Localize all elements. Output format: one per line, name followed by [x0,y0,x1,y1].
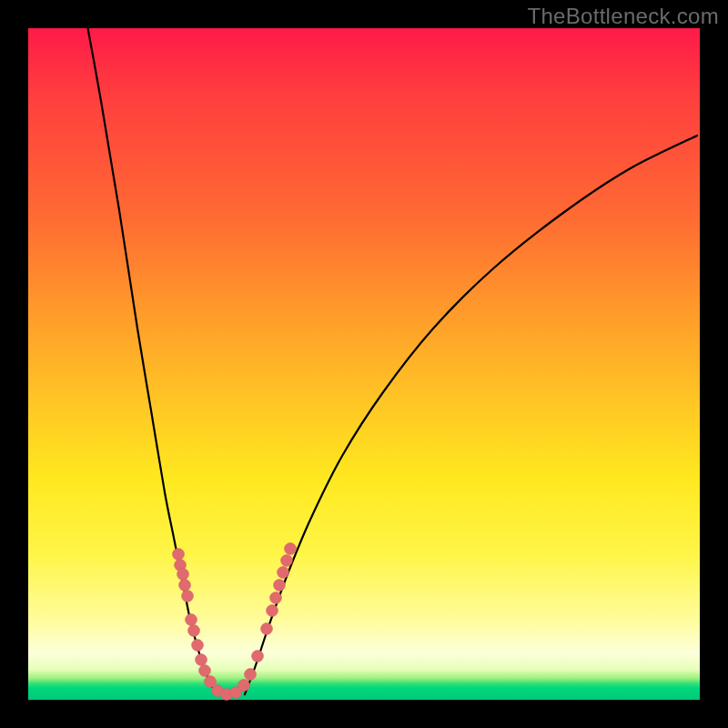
watermark-text: TheBottleneck.com [527,4,719,29]
bead-marker [285,543,297,555]
bead-marker [238,680,250,692]
bead-marker [261,623,273,635]
bead-marker [182,591,194,602]
bead-marker [267,605,278,617]
bead-marker [177,569,189,581]
bead-markers [173,543,297,701]
bead-marker [192,640,204,652]
bead-marker [188,625,200,637]
bead-marker [186,614,197,626]
bead-marker [252,651,264,662]
bead-marker [274,580,286,592]
bead-marker [245,669,257,681]
bead-marker [281,555,293,567]
bead-marker [199,665,211,677]
chart-frame: TheBottleneck.com [0,0,728,728]
curve-left-branch [83,1,217,694]
curve-right-branch [245,136,697,694]
bead-marker [278,567,289,579]
bead-marker [270,592,282,604]
curves-svg [28,28,700,700]
bead-marker [179,580,191,592]
plot-area [28,28,700,700]
bead-marker [196,654,207,666]
bead-marker [173,549,185,561]
